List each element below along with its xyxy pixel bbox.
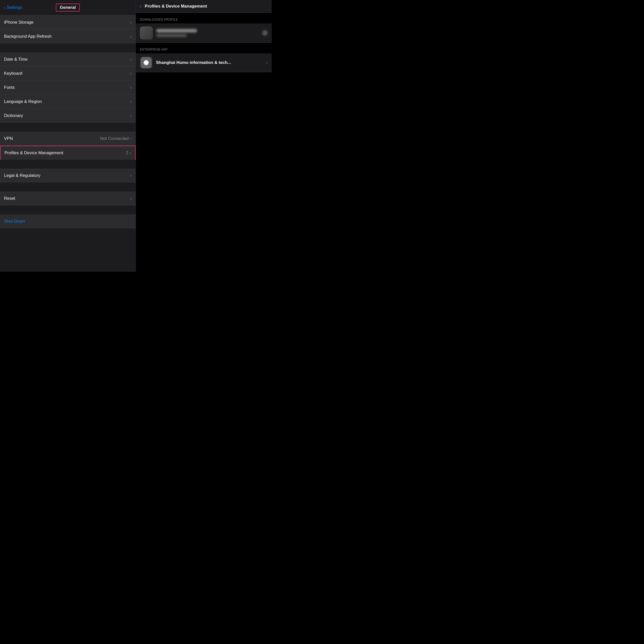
keyboard-row[interactable]: Keyboard › [0, 66, 136, 81]
enterprise-name-label: Shanghai Humu information & tech... [156, 60, 231, 65]
back-label: Settings [7, 5, 22, 10]
legal-chevron-icon: › [130, 173, 132, 178]
legal-label: Legal & Regulatory [4, 173, 41, 178]
iphone-storage-chevron-icon: › [130, 20, 132, 25]
left-panel: ‹ Settings General iPhone Storage › Back… [0, 0, 136, 272]
group-top: iPhone Storage › Background App Refresh … [0, 15, 136, 44]
right-header: ‹ Profiles & Device Management [136, 0, 272, 13]
divider-5 [0, 206, 136, 214]
profile-icon [140, 26, 153, 39]
enterprise-info: Shanghai Humu information & tech... [156, 60, 263, 65]
reset-label: Reset [4, 196, 15, 201]
divider-2 [0, 123, 136, 132]
background-refresh-chevron-icon: › [130, 34, 132, 39]
fonts-row[interactable]: Fonts › [0, 81, 136, 95]
divider-3 [0, 160, 136, 169]
group-mid3: Legal & Regulatory › [0, 169, 136, 183]
legal-row[interactable]: Legal & Regulatory › [0, 169, 136, 183]
keyboard-chevron-icon: › [130, 71, 132, 76]
vpn-label: VPN [4, 136, 13, 141]
shutdown-row[interactable]: Shut Down [0, 214, 136, 228]
right-content: DOWNLOADED PROFILE ENTERPRISE APP [136, 13, 272, 272]
right-back-button[interactable]: ‹ [140, 4, 142, 9]
date-time-chevron-icon: › [130, 57, 132, 62]
profile-sub-blurred [156, 34, 187, 37]
profiles-badge: 2 [126, 150, 128, 155]
reset-chevron-icon: › [130, 196, 132, 201]
vpn-chevron-icon: › [130, 136, 132, 141]
gear-icon [141, 57, 152, 68]
background-refresh-label: Background App Refresh [4, 34, 52, 39]
vpn-row[interactable]: VPN Not Connected › [0, 132, 136, 146]
language-region-label: Language & Region [4, 99, 42, 104]
right-panel: ‹ Profiles & Device Management DOWNLOADE… [136, 0, 272, 272]
enterprise-row[interactable]: Shanghai Humu information & tech... › [136, 53, 272, 72]
enterprise-app-icon [140, 56, 152, 69]
fonts-label: Fonts [4, 85, 15, 90]
iphone-storage-label: iPhone Storage [4, 20, 33, 25]
vpn-value: Not Connected [100, 136, 129, 141]
dictionary-row[interactable]: Dictionary › [0, 109, 136, 123]
back-chevron-icon: ‹ [4, 5, 6, 10]
group-shutdown: Shut Down [0, 214, 136, 228]
downloaded-profile-section-label: DOWNLOADED PROFILE [136, 13, 272, 23]
language-region-row[interactable]: Language & Region › [0, 95, 136, 109]
reset-row[interactable]: Reset › [0, 191, 136, 206]
left-header: ‹ Settings General [0, 0, 136, 15]
enterprise-chevron-icon: › [266, 60, 268, 65]
divider-1 [0, 44, 136, 52]
profiles-row[interactable]: Profiles & Device Management 2 › [0, 146, 136, 160]
background-refresh-row[interactable]: Background App Refresh › [0, 29, 136, 44]
profile-badge [262, 30, 268, 36]
group-mid2: VPN Not Connected › Profiles & Device Ma… [0, 132, 136, 160]
fonts-chevron-icon: › [130, 85, 132, 90]
profile-icon-blur [140, 26, 153, 39]
group-mid4: Reset › [0, 191, 136, 206]
language-region-chevron-icon: › [130, 99, 132, 104]
dictionary-chevron-icon: › [130, 113, 132, 118]
date-time-row[interactable]: Date & Time › [0, 52, 136, 66]
group-mid1: Date & Time › Keyboard › Fonts › Languag… [0, 52, 136, 123]
left-content: iPhone Storage › Background App Refresh … [0, 15, 136, 272]
profile-name-blurred [156, 29, 197, 32]
divider-4 [0, 183, 136, 191]
back-to-settings-button[interactable]: ‹ Settings [4, 5, 22, 10]
general-title: General [56, 4, 80, 12]
iphone-storage-row[interactable]: iPhone Storage › [0, 15, 136, 29]
keyboard-label: Keyboard [4, 71, 22, 76]
profiles-chevron-icon: › [130, 151, 131, 155]
downloaded-profile-row[interactable] [136, 23, 272, 43]
date-time-label: Date & Time [4, 57, 28, 62]
dictionary-label: Dictionary [4, 113, 23, 118]
profiles-label: Profiles & Device Management [5, 150, 63, 155]
shutdown-label: Shut Down [4, 219, 25, 224]
profile-info [156, 29, 259, 37]
enterprise-app-section-label: ENTERPRISE APP [136, 43, 272, 53]
right-title: Profiles & Device Management [145, 4, 207, 9]
